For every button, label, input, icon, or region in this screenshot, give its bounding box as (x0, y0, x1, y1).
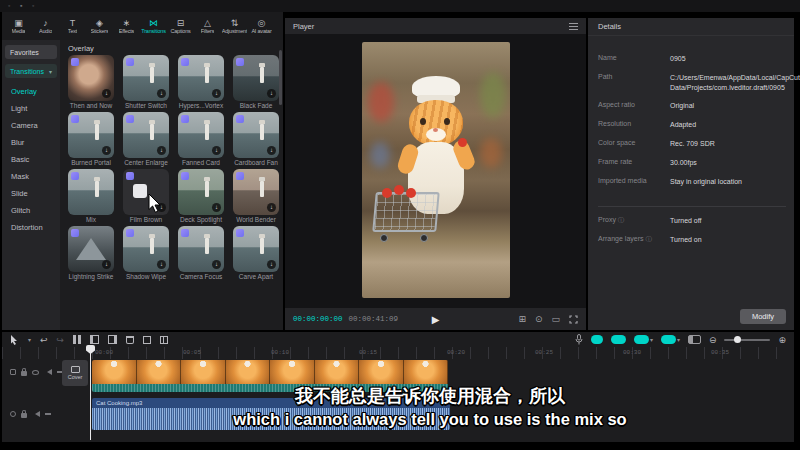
transition-thumbnail[interactable]: ↓ (68, 226, 114, 272)
crop-icon[interactable] (160, 336, 168, 344)
mute-icon[interactable] (32, 411, 40, 417)
transition-tile[interactable]: ↓Deck Spotlight (177, 169, 225, 224)
delete-left-icon[interactable] (90, 335, 99, 344)
transition-thumbnail[interactable]: ↓ (233, 169, 279, 215)
transition-tile[interactable]: ↓Fanned Card (177, 112, 225, 167)
sidebar-item-blur[interactable]: Blur (5, 134, 57, 151)
sidebar-item-camera[interactable]: Camera (5, 117, 57, 134)
mirror-preview-icon[interactable]: ⊞ (518, 314, 526, 324)
sidebar-item-slide[interactable]: Slide (5, 185, 57, 202)
transition-tile[interactable]: ↓Black Fade (232, 55, 280, 110)
tab-text[interactable]: TText (59, 13, 86, 39)
transition-thumbnail[interactable]: ↓ (123, 112, 169, 158)
transition-thumbnail[interactable] (68, 169, 114, 215)
track-options-icon[interactable] (10, 369, 16, 375)
play-button[interactable]: ▶ (432, 314, 440, 325)
transition-tile[interactable]: ↓Then and Now (67, 55, 115, 110)
transition-tile[interactable]: ↓Shadow Wipe (122, 226, 170, 281)
track-mode-toggle[interactable] (661, 335, 676, 344)
transition-tile[interactable]: ↓Carve Apart (232, 226, 280, 281)
undo-icon[interactable]: ↩ (40, 335, 48, 345)
tab-media[interactable]: ▣Media (5, 13, 32, 39)
tab-ai-avatar[interactable]: ◎AI avatar (248, 13, 275, 39)
transition-thumbnail[interactable]: ↓ (233, 226, 279, 272)
track-options-icon[interactable] (10, 411, 16, 417)
record-voiceover-icon[interactable] (575, 334, 583, 345)
info-icon[interactable]: ⓘ (645, 235, 652, 242)
grid-scrollbar[interactable] (279, 50, 282, 105)
transition-tile[interactable]: ↓World Bender (232, 169, 280, 224)
transition-thumbnail[interactable]: ↓ (68, 55, 114, 101)
player-menu-icon[interactable] (569, 23, 578, 30)
transition-thumbnail[interactable]: ↓ (178, 226, 224, 272)
timeline-ruler[interactable]: 00:0000:0500:1000:1500:2000:2500:3000:35 (2, 347, 794, 359)
transition-tile[interactable]: ↓Cardboard Fan (232, 112, 280, 167)
transition-tile[interactable]: Mix (67, 169, 115, 224)
transition-thumbnail[interactable]: ↓ (68, 112, 114, 158)
modify-button[interactable]: Modify (740, 309, 786, 324)
ratio-icon[interactable]: ▭ (551, 314, 560, 324)
transition-tile[interactable]: ↓Film Brown (122, 169, 170, 224)
select-tool-icon[interactable] (10, 335, 18, 345)
tab-transitions[interactable]: ⋈Transitions (140, 13, 167, 39)
sidebar-item-light[interactable]: Light (5, 100, 57, 117)
preview-frames-icon[interactable] (688, 335, 701, 344)
redo-icon[interactable]: ↪ (57, 335, 65, 345)
transition-thumbnail[interactable]: ↓ (123, 226, 169, 272)
transition-thumbnail[interactable]: ↓ (123, 55, 169, 101)
mute-icon[interactable] (44, 369, 52, 375)
transition-tile[interactable]: ↓Camera Focus (177, 226, 225, 281)
chevron-down-icon[interactable]: ▾ (677, 336, 680, 343)
chevron-down-icon[interactable]: ▾ (650, 336, 653, 343)
chevron-down-icon[interactable]: ▾ (28, 336, 31, 343)
transition-tile[interactable]: ↓Burned Portal (67, 112, 115, 167)
tab-captions[interactable]: ⊟Captions (167, 13, 194, 39)
lock-icon[interactable] (21, 371, 27, 376)
player-header: Player (285, 18, 586, 34)
fullscreen-icon[interactable] (569, 315, 578, 324)
collapse-icon[interactable] (45, 413, 51, 415)
info-icon[interactable]: ⓘ (618, 216, 625, 223)
preview-axis-toggle[interactable] (634, 335, 649, 344)
sidebar-item-mask[interactable]: Mask (5, 168, 57, 185)
sidebar-item-favorites[interactable]: Favorites (5, 45, 57, 59)
lock-icon[interactable] (21, 413, 27, 418)
delete-right-icon[interactable] (108, 335, 117, 344)
magnetic-snap-toggle[interactable] (591, 335, 603, 344)
transition-thumbnail[interactable]: ↓ (178, 55, 224, 101)
hide-track-icon[interactable] (32, 370, 39, 375)
tab-audio[interactable]: ♪Audio (32, 13, 59, 39)
auto-linking-toggle[interactable] (611, 335, 626, 344)
delete-icon[interactable] (126, 336, 134, 344)
transition-tile[interactable]: ↓Lightning Strike (67, 226, 115, 281)
video-clip[interactable] (92, 360, 448, 384)
transition-tile[interactable]: ↓Hypers...Vortex (177, 55, 225, 110)
zoom-out-icon[interactable]: ⊖ (709, 335, 717, 345)
transition-thumbnail[interactable]: ↓ (233, 112, 279, 158)
sidebar-item-distortion[interactable]: Distortion (5, 219, 57, 236)
tab-stickers[interactable]: ◈Stickers (86, 13, 113, 39)
transition-tile[interactable]: ↓Center Enlarge (122, 112, 170, 167)
sidebar-item-overlay[interactable]: Overlay (5, 83, 57, 100)
transition-thumbnail[interactable]: ↓ (233, 55, 279, 101)
transition-thumbnail[interactable]: ↓ (178, 112, 224, 158)
sidebar-item-basic[interactable]: Basic (5, 151, 57, 168)
sidebar-item-transitions[interactable]: Transitions ▾ (5, 64, 57, 78)
tab-filters[interactable]: △Filters (194, 13, 221, 39)
preview-canvas[interactable] (285, 34, 586, 308)
zoom-in-icon[interactable]: ⊕ (778, 335, 786, 345)
zoom-slider-knob[interactable] (734, 336, 741, 343)
transition-tile[interactable]: ↓Shutter Switch (122, 55, 170, 110)
freeze-frame-icon[interactable] (143, 336, 151, 344)
library-sidebar: Favorites Transitions ▾ OverlayLightCame… (2, 40, 60, 330)
quality-icon[interactable]: ⊙ (535, 314, 543, 324)
cover-button[interactable]: Cover (62, 360, 88, 386)
tab-effects[interactable]: ∗Effects (113, 13, 140, 39)
transition-thumbnail[interactable]: ↓ (178, 169, 224, 215)
tab-adjustment[interactable]: ⇅Adjustment (221, 13, 248, 39)
timeline-zoom-slider[interactable] (724, 339, 770, 341)
split-icon[interactable] (73, 335, 81, 344)
sidebar-item-glitch[interactable]: Glitch (5, 202, 57, 219)
effects-icon: ∗ (123, 18, 131, 28)
transition-thumbnail[interactable]: ↓ (123, 169, 169, 215)
